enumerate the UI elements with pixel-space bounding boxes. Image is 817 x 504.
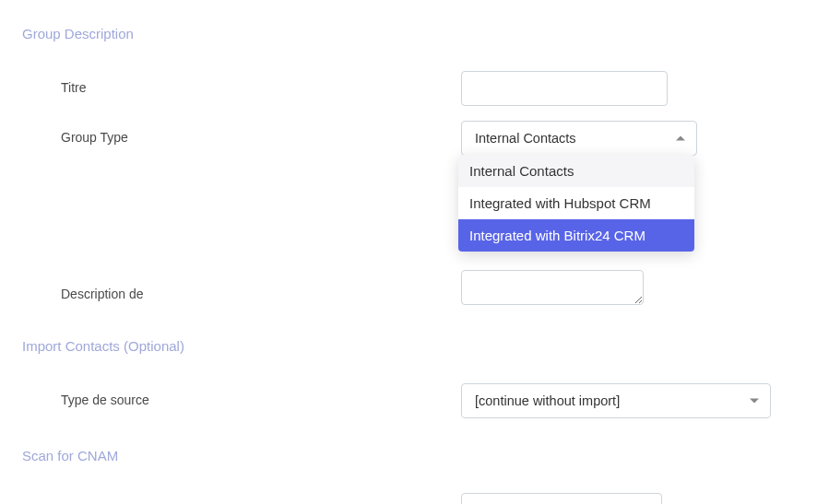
- chevron-down-icon: [750, 399, 759, 404]
- chevron-up-icon: [676, 136, 685, 141]
- dropdown-option-hubspot[interactable]: Integrated with Hubspot CRM: [458, 187, 694, 219]
- fetch-cnam-select[interactable]: Don't fetch: [461, 493, 662, 504]
- label-source-type: Type de source: [61, 383, 461, 407]
- label-fetch-cnam: Fetch CNAM Data: [61, 493, 461, 504]
- group-type-dropdown: Internal Contacts Integrated with Hubspo…: [458, 155, 694, 252]
- label-description: Description de: [61, 287, 461, 309]
- description-textarea[interactable]: [461, 270, 644, 305]
- titre-input[interactable]: [461, 71, 668, 106]
- dropdown-option-internal-contacts[interactable]: Internal Contacts: [458, 155, 694, 187]
- section-title-group-description: Group Description: [0, 17, 817, 51]
- section-title-import-contacts: Import Contacts (Optional): [0, 329, 817, 363]
- source-type-selected-value: [continue without import]: [475, 393, 620, 408]
- section-title-scan-cnam: Scan for CNAM: [0, 439, 817, 473]
- source-type-select[interactable]: [continue without import]: [461, 383, 771, 418]
- group-type-selected-value: Internal Contacts: [475, 131, 576, 146]
- group-type-select[interactable]: Internal Contacts: [461, 121, 697, 156]
- dropdown-option-bitrix24[interactable]: Integrated with Bitrix24 CRM: [458, 219, 694, 252]
- label-titre: Titre: [61, 71, 461, 95]
- label-group-type: Group Type: [61, 121, 461, 145]
